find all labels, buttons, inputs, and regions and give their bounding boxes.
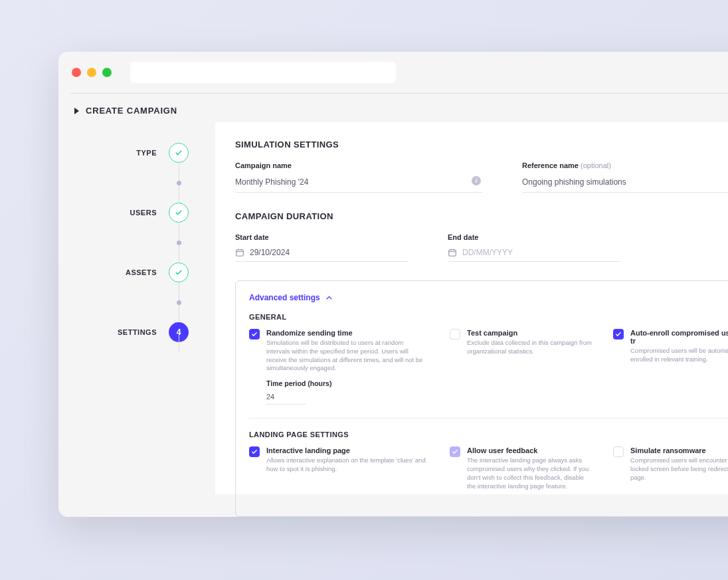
step-settings[interactable]: SETTINGS 4 — [74, 322, 189, 343]
step-connector — [74, 223, 189, 262]
randomize-checkbox[interactable] — [249, 329, 260, 339]
option-auto-enroll: Auto-enroll compromised users to tr Comp… — [613, 329, 728, 405]
time-period-label: Time period (hours) — [266, 379, 428, 387]
reference-name-label: Reference name (optional) — [522, 161, 728, 169]
maximize-window-button[interactable] — [102, 68, 112, 77]
reference-name-input[interactable] — [522, 175, 728, 193]
wizard-stepper: TYPE USERS ASSETS SETTI — [74, 122, 189, 494]
check-icon — [251, 331, 258, 338]
check-icon — [452, 448, 458, 455]
main-panel: SIMULATION SETTINGS Campaign name i Refe… — [215, 122, 728, 494]
check-icon — [175, 268, 183, 276]
start-date-label: Start date — [235, 233, 408, 241]
start-date-input[interactable] — [250, 248, 408, 257]
option-randomize-sending: Randomize sending time Simulations will … — [249, 329, 428, 405]
option-interactive-landing: Interactive landing page Allows interact… — [249, 446, 428, 490]
simulate-ransomware-desc: Compromised users will encounter a bri l… — [630, 456, 728, 482]
step-assets[interactable]: ASSETS — [74, 262, 189, 283]
check-icon — [175, 149, 183, 157]
step-done-icon — [169, 262, 189, 282]
section-title-duration: CAMPAIGN DURATION — [235, 211, 728, 221]
app-window: CREATE CAMPAIGN TYPE USERS ASSETS — [58, 52, 728, 517]
step-connector — [74, 343, 189, 381]
option-test-campaign: Test campaign Exclude data collected in … — [450, 329, 592, 405]
randomize-desc: Simulations will be distributed to users… — [266, 339, 428, 373]
field-campaign-name: Campaign name i — [235, 161, 482, 193]
auto-enroll-title: Auto-enroll compromised users to tr — [630, 329, 728, 345]
caret-right-icon — [74, 108, 79, 114]
auto-enroll-checkbox[interactable] — [613, 329, 624, 339]
auto-enroll-desc: Compromised users will be automatica enr… — [630, 347, 728, 364]
end-date-label: End date — [448, 233, 620, 241]
time-period-input[interactable] — [266, 391, 306, 405]
option-allow-feedback: Allow user feedback The interactive land… — [450, 446, 592, 490]
allow-feedback-desc: The interactive landing page always asks… — [467, 456, 592, 490]
test-campaign-desc: Exclude data collected in this campaign … — [467, 339, 592, 356]
test-campaign-title: Test campaign — [467, 329, 592, 337]
general-subtitle: GENERAL — [249, 313, 728, 321]
svg-rect-1 — [449, 250, 456, 256]
calendar-icon — [448, 248, 457, 257]
breadcrumb: CREATE CAMPAIGN — [58, 94, 728, 122]
campaign-name-input[interactable] — [235, 175, 482, 193]
breadcrumb-title: CREATE CAMPAIGN — [86, 106, 177, 116]
step-connector — [74, 283, 189, 322]
step-label: USERS — [130, 209, 157, 217]
field-start-date: Start date — [235, 233, 408, 262]
check-icon — [615, 331, 622, 338]
simulate-ransomware-title: Simulate ransomware — [630, 446, 728, 454]
test-campaign-checkbox[interactable] — [450, 329, 460, 339]
step-done-icon — [169, 143, 189, 163]
end-date-input-wrap[interactable] — [448, 246, 620, 262]
start-date-input-wrap[interactable] — [235, 246, 408, 262]
address-bar[interactable] — [130, 62, 396, 83]
simulate-ransomware-checkbox[interactable] — [613, 446, 624, 457]
traffic-lights — [72, 68, 112, 77]
advanced-settings-toggle[interactable]: Advanced settings — [249, 293, 728, 302]
close-window-button[interactable] — [72, 68, 81, 77]
section-title-simulation: SIMULATION SETTINGS — [235, 140, 728, 149]
svg-rect-0 — [236, 250, 244, 256]
step-label: TYPE — [136, 149, 157, 157]
calendar-icon — [235, 248, 244, 257]
campaign-name-label: Campaign name — [235, 161, 482, 169]
step-label: ASSETS — [126, 268, 157, 276]
field-end-date: End date — [448, 233, 620, 262]
window-titlebar — [58, 52, 728, 93]
check-icon — [251, 448, 258, 455]
interactive-landing-desc: Allows interactive explanation on the te… — [266, 456, 428, 474]
minimize-window-button[interactable] — [87, 68, 96, 77]
step-done-icon — [169, 203, 189, 223]
step-connector — [74, 163, 189, 202]
interactive-landing-checkbox[interactable] — [249, 446, 260, 457]
option-simulate-ransomware: Simulate ransomware Compromised users wi… — [613, 446, 728, 490]
interactive-landing-title: Interactive landing page — [266, 446, 428, 454]
randomize-title: Randomize sending time — [266, 329, 428, 337]
time-period-field: Time period (hours) — [266, 379, 428, 405]
advanced-settings-label: Advanced settings — [249, 293, 320, 302]
step-users[interactable]: USERS — [74, 202, 189, 223]
allow-feedback-title: Allow user feedback — [467, 446, 592, 454]
step-type[interactable]: TYPE — [74, 142, 189, 163]
advanced-divider — [249, 418, 728, 419]
landing-subtitle: LANDING PAGE SETTINGS — [249, 431, 728, 438]
allow-feedback-checkbox[interactable] — [450, 446, 460, 457]
chevron-up-icon — [325, 294, 333, 302]
end-date-input[interactable] — [462, 248, 620, 257]
advanced-settings-panel: Advanced settings GENERAL Randomize send… — [235, 280, 728, 517]
check-icon — [175, 209, 183, 217]
info-icon[interactable]: i — [472, 176, 481, 185]
field-reference-name: Reference name (optional) — [522, 161, 728, 193]
step-label: SETTINGS — [118, 328, 157, 336]
